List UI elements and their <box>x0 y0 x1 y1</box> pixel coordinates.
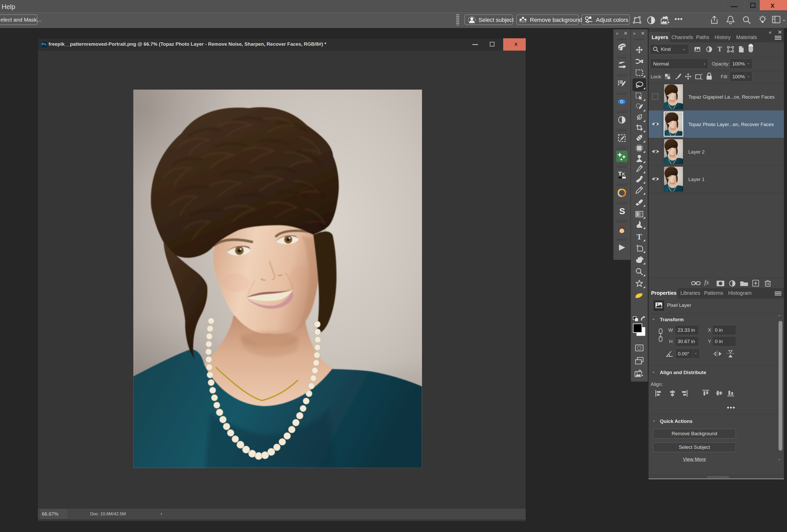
svg-text:S: S <box>619 207 625 215</box>
svg-text:K: K <box>622 172 625 177</box>
svg-text:T: T <box>618 171 622 177</box>
svg-text:T: T <box>637 233 642 241</box>
